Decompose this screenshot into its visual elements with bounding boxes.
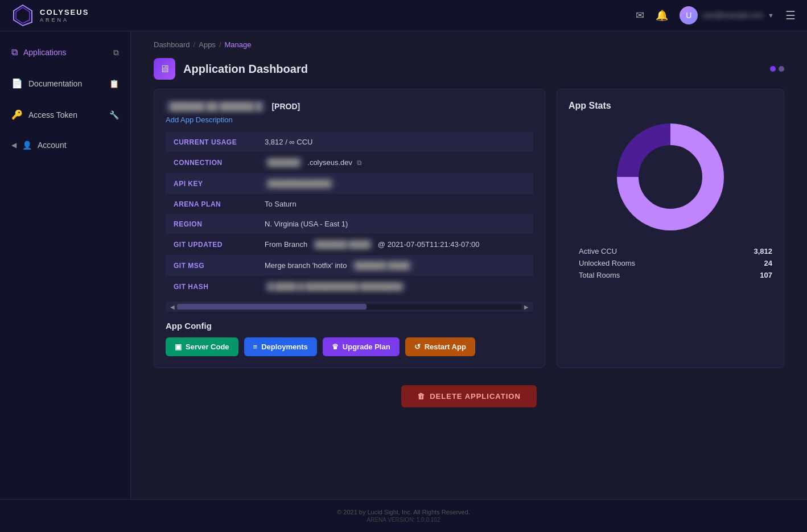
hamburger-icon[interactable]: ☰ <box>785 9 796 22</box>
breadcrumb-sep-2: / <box>219 40 221 49</box>
label-git-hash: GIT HASH <box>166 276 257 297</box>
stats-value-total-rooms: 107 <box>760 271 772 279</box>
app-prod-badge: [PROD] <box>271 102 300 111</box>
sidebar-item-access-token[interactable]: 🔑 Access Token 🔧 <box>0 99 130 130</box>
footer-version: ARENA VERSION: 1.0.0.102 <box>9 517 798 523</box>
stats-item-active-ccu: Active CCU 3,812 <box>579 245 772 257</box>
git-updated-suffix: @ 2021-07-05T11:21:43-07:00 <box>378 240 480 249</box>
scroll-left-arrow[interactable]: ◀ <box>168 304 177 310</box>
deployments-icon: ≡ <box>253 343 258 351</box>
server-code-icon: ▣ <box>175 343 182 351</box>
app-info-table: CURRENT USAGE 3,812 / ∞ CCU CONNECTION █… <box>166 132 533 297</box>
table-row: CURRENT USAGE 3,812 / ∞ CCU <box>166 132 533 152</box>
logo-icon <box>11 4 34 27</box>
sidebar-label-account: Account <box>38 141 67 150</box>
sidebar-label-access-token: Access Token <box>28 110 77 119</box>
label-region: REGION <box>166 214 257 234</box>
page-title: Application Dashboard <box>183 63 308 76</box>
copy-icon[interactable]: ⧉ <box>357 159 362 167</box>
label-api-key: API KEY <box>166 173 257 194</box>
table-row: REGION N. Virginia (USA - East 1) <box>166 214 533 234</box>
dot-inactive <box>779 66 784 72</box>
logo-text-block: COLYSEUS ARENA <box>40 8 89 23</box>
app-name-row: ██████ ██ ██████ █ [PROD] <box>166 101 533 112</box>
upgrade-plan-button[interactable]: ♛ Upgrade Plan <box>323 337 400 356</box>
account-icon: 👤 <box>22 141 32 150</box>
topnav-right: ✉ 🔔 U user@example.com ▼ ☰ <box>636 6 796 24</box>
logo-sub: ARENA <box>40 17 89 23</box>
config-buttons: ▣ Server Code ≡ Deployments ♛ Upgrade Pl… <box>166 337 533 356</box>
delete-application-button[interactable]: 🗑 DELETE APPLICATION <box>401 385 537 407</box>
sidebar-label-documentation: Documentation <box>28 79 82 88</box>
dot-active <box>770 66 776 72</box>
stats-item-unlocked-rooms: Unlocked Rooms 24 <box>579 257 772 269</box>
value-api-key: ████████████ <box>257 173 533 194</box>
breadcrumb-manage[interactable]: Manage <box>225 40 252 49</box>
user-menu[interactable]: U user@example.com ▼ <box>680 6 774 24</box>
stats-value-unlocked-rooms: 24 <box>764 259 772 267</box>
svg-marker-0 <box>14 5 32 26</box>
sidebar-documentation-icon: 📋 <box>109 79 119 88</box>
value-region: N. Virginia (USA - East 1) <box>257 214 533 234</box>
delete-label: DELETE APPLICATION <box>430 392 521 401</box>
git-updated-prefix: From Branch <box>265 240 307 249</box>
sidebar-item-account[interactable]: ◀ 👤 Account <box>0 130 130 160</box>
server-code-label: Server Code <box>186 343 229 351</box>
deployments-label: Deployments <box>261 343 308 351</box>
git-msg-prefix: Merge branch 'hotfix' into <box>265 261 347 270</box>
logo-name: COLYSEUS <box>40 8 89 17</box>
value-git-msg: Merge branch 'hotfix' into ██████ ████ <box>257 255 533 276</box>
main-content: Dashboard / Apps / Manage 🖥 Application … <box>131 31 807 499</box>
page-header: 🖥 Application Dashboard <box>131 49 807 89</box>
label-git-msg: GIT MSG <box>166 255 257 276</box>
scroll-thumb <box>177 304 367 310</box>
top-navigation: COLYSEUS ARENA ✉ 🔔 U user@example.com ▼ … <box>0 0 807 31</box>
sidebar-item-documentation[interactable]: 📄 Documentation 📋 <box>0 68 130 99</box>
sidebar: ⧉ Applications ⧉ 📄 Documentation 📋 🔑 Acc… <box>0 31 131 499</box>
svg-marker-1 <box>16 7 30 23</box>
add-description-link[interactable]: Add App Description <box>166 116 533 124</box>
app-name-blurred: ██████ ██ ██████ █ <box>166 101 266 112</box>
breadcrumb-apps[interactable]: Apps <box>199 40 216 49</box>
git-msg-blurred: ██████ ████ <box>351 261 413 270</box>
content-grid: ██████ ██ ██████ █ [PROD] Add App Descri… <box>131 89 807 380</box>
breadcrumb-sep-1: / <box>193 40 196 49</box>
restart-app-button[interactable]: ↺ Restart App <box>405 337 475 356</box>
delete-icon: 🗑 <box>417 392 425 401</box>
stats-value-active-ccu: 3,812 <box>754 247 772 255</box>
applications-icon: ⧉ <box>11 47 18 57</box>
label-arena-plan: ARENA PLAN <box>166 194 257 214</box>
chevron-left-icon: ◀ <box>11 141 17 149</box>
connection-suffix: .colyseus.dev <box>307 158 352 167</box>
breadcrumb-dashboard[interactable]: Dashboard <box>154 40 190 49</box>
sidebar-item-applications[interactable]: ⧉ Applications ⧉ <box>0 37 130 68</box>
mail-icon[interactable]: ✉ <box>636 9 644 22</box>
username: user@example.com <box>702 11 763 19</box>
donut-chart <box>569 120 772 234</box>
server-code-button[interactable]: ▣ Server Code <box>166 337 238 356</box>
stats-label-active-ccu: Active CCU <box>579 247 617 255</box>
scroll-right-arrow[interactable]: ▶ <box>522 304 531 310</box>
logo[interactable]: COLYSEUS ARENA <box>11 4 89 27</box>
bell-icon[interactable]: 🔔 <box>656 9 668 22</box>
label-connection: CONNECTION <box>166 152 257 173</box>
sidebar-label-applications: Applications <box>23 48 67 57</box>
stats-label-total-rooms: Total Rooms <box>579 271 620 279</box>
breadcrumb: Dashboard / Apps / Manage <box>131 31 807 49</box>
table-row: CONNECTION ██████.colyseus.dev ⧉ <box>166 152 533 173</box>
stats-item-total-rooms: Total Rooms 107 <box>579 269 772 281</box>
upgrade-label: Upgrade Plan <box>343 343 390 351</box>
value-git-hash: █ ████ █ ██████████ ████████ <box>257 276 533 297</box>
horizontal-scrollbar[interactable]: ◀ ▶ <box>166 302 533 312</box>
value-current-usage: 3,812 / ∞ CCU <box>257 132 533 152</box>
label-current-usage: CURRENT USAGE <box>166 132 257 152</box>
delete-section: 🗑 DELETE APPLICATION <box>131 380 807 424</box>
avatar: U <box>680 6 698 24</box>
table-row: ARENA PLAN To Saturn <box>166 194 533 214</box>
sidebar-applications-arrow: ⧉ <box>113 48 119 57</box>
connection-blurred: ██████ <box>265 158 303 167</box>
donut-svg <box>614 120 727 234</box>
deployments-button[interactable]: ≡ Deployments <box>244 337 317 356</box>
documentation-icon: 📄 <box>11 78 23 89</box>
git-hash-blurred: █ ████ █ ██████████ ████████ <box>265 282 406 291</box>
